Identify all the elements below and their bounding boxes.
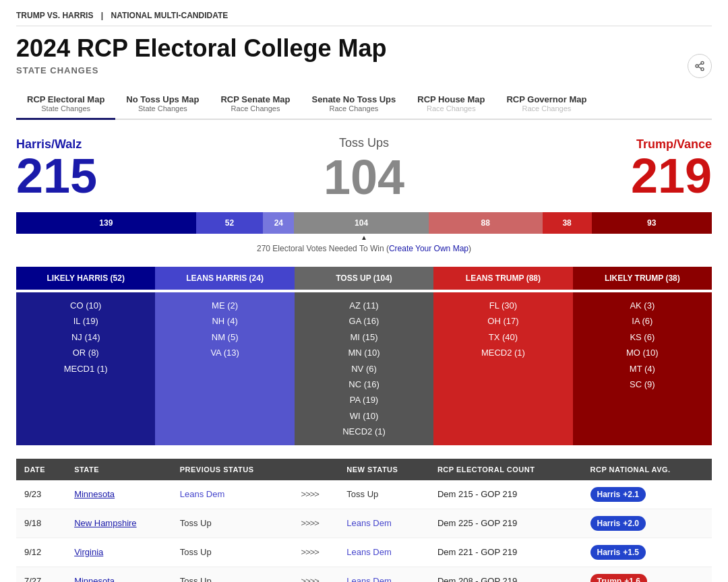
state-item: VA (13): [160, 345, 289, 360]
bar-segment-104: 104: [294, 212, 428, 234]
tab-house-map[interactable]: RCP House Map Race Changes: [406, 89, 495, 120]
cell-date: 9/23: [16, 480, 66, 509]
cell-avg-badge: Harris+2.1: [590, 487, 646, 502]
state-item: PA (19): [300, 392, 428, 408]
table-header-3: [293, 459, 339, 480]
bar-segment-93: 93: [592, 212, 712, 234]
svg-point-1: [696, 65, 698, 67]
states-cell-1: ME (2)NH (4)NM (5)VA (13): [155, 292, 294, 445]
state-item: KS (6): [578, 329, 706, 345]
toss-block: Toss Ups 104: [324, 136, 404, 201]
cell-avg-badge: Trump+1.6: [590, 574, 647, 582]
bar-segment-52: 52: [196, 212, 264, 234]
cell-new-status: Leans Dem: [338, 567, 429, 582]
table-header-0: DATE: [16, 459, 66, 480]
tab-senate-map[interactable]: RCP Senate Map Race Changes: [210, 89, 301, 120]
cell-new-status: Leans Dem: [338, 509, 429, 538]
tab-electoral-map[interactable]: RCP Electoral Map State Changes: [16, 89, 115, 120]
bar-segment-139: 139: [16, 212, 196, 234]
cell-state[interactable]: Minnesota: [74, 576, 115, 582]
legend-cell-1: LEANS HARRIS (24): [155, 267, 294, 290]
state-item: SC (9): [578, 377, 706, 392]
states-cell-0: CO (10)IL (19)NJ (14)OR (8)MECD1 (1): [16, 292, 155, 445]
electoral-bar: 1395224104883893 270 Electoral Votes Nee…: [16, 212, 712, 253]
svg-line-4: [698, 63, 702, 65]
state-item: NM (5): [160, 329, 289, 345]
create-map-link[interactable]: Create Your Own Map: [389, 244, 468, 253]
states-cell-2: AZ (11)GA (16)MI (15)MN (10)NV (6)NC (16…: [295, 292, 433, 445]
state-item: NH (4): [160, 313, 289, 329]
electoral-note: 270 Electoral Votes Needed To Win (Creat…: [16, 244, 712, 253]
cell-date: 9/18: [16, 509, 66, 538]
state-item: WI (10): [300, 408, 428, 424]
nav-title2: NATIONAL MULTI-CANDIDATE: [111, 11, 229, 20]
state-item: IA (6): [578, 313, 706, 329]
state-item: MO (10): [578, 345, 706, 360]
state-item: NV (6): [300, 361, 428, 377]
cell-arrows: >>>>: [293, 567, 339, 582]
state-item: ME (2): [160, 298, 289, 313]
share-button[interactable]: [688, 54, 712, 78]
state-item: MI (15): [300, 329, 428, 345]
table-header-4: NEW STATUS: [338, 459, 429, 480]
page-title: 2024 RCP Electoral College Map: [16, 34, 712, 63]
tabs-nav: RCP Electoral Map State Changes No Toss …: [16, 89, 712, 120]
cell-state[interactable]: Minnesota: [74, 489, 115, 499]
cell-prev-status: Leans Dem: [172, 480, 293, 509]
table-row: 9/12VirginiaToss Up>>>>Leans DemDem 221 …: [16, 538, 712, 567]
changes-table: DATESTATEPREVIOUS STATUSNEW STATUSRCP EL…: [16, 459, 712, 582]
table-header-2: PREVIOUS STATUS: [172, 459, 293, 480]
state-item: MT (4): [578, 361, 706, 377]
cell-arrows: >>>>: [293, 480, 339, 509]
tab-governor-map[interactable]: RCP Governor Map Race Changes: [495, 89, 597, 120]
legend-cell-4: LIKELY TRUMP (38): [573, 267, 712, 290]
cell-state[interactable]: Virginia: [74, 547, 103, 557]
bar-segment-38: 38: [543, 212, 592, 234]
table-row: 9/23MinnesotaLeans Dem>>>>Toss UpDem 215…: [16, 480, 712, 509]
table-header-6: RCP NATIONAL AVG.: [582, 459, 712, 480]
svg-point-0: [701, 61, 704, 64]
cell-count: Dem 215 - GOP 219: [429, 480, 582, 509]
state-item: MECD2 (1): [439, 345, 567, 360]
state-item: OR (8): [22, 345, 150, 360]
cell-arrows: >>>>: [293, 538, 339, 567]
harris-block: Harris/Walz 215: [16, 137, 324, 200]
trump-block: Trump/Vance 219: [404, 137, 712, 200]
state-item: MN (10): [300, 345, 428, 360]
svg-line-3: [698, 67, 702, 69]
cell-new-status: Toss Up: [338, 480, 429, 509]
table-row: 9/18New HampshireToss Up>>>>Leans DemDem…: [16, 509, 712, 538]
harris-score: 215: [16, 152, 324, 200]
bar-segment-88: 88: [429, 212, 543, 234]
nav-separator: |: [101, 11, 103, 20]
legend-cell-2: TOSS UP (104): [295, 267, 433, 290]
state-item: FL (30): [439, 298, 567, 313]
cell-prev-status: Toss Up: [172, 509, 293, 538]
table-header-1: STATE: [66, 459, 172, 480]
tab-no-toss-ups-map[interactable]: No Toss Ups Map State Changes: [115, 89, 210, 120]
cell-date: 7/27: [16, 567, 66, 582]
scoreboard: Harris/Walz 215 Toss Ups 104 Trump/Vance…: [16, 136, 712, 201]
cell-count: Dem 221 - GOP 219: [429, 538, 582, 567]
state-item: GA (16): [300, 313, 428, 329]
table-row: 7/27MinnesotaToss Up>>>>Leans DemDem 208…: [16, 567, 712, 582]
trump-score: 219: [404, 152, 712, 200]
states-cell-3: FL (30)OH (17)TX (40)MECD2 (1): [433, 292, 572, 445]
toss-score: 104: [324, 153, 404, 201]
state-item: OH (17): [439, 313, 567, 329]
cell-count: Dem 225 - GOP 219: [429, 509, 582, 538]
cell-new-status: Leans Dem: [338, 538, 429, 567]
cell-prev-status: Toss Up: [172, 538, 293, 567]
state-item: CO (10): [22, 298, 150, 313]
cell-prev-status: Toss Up: [172, 567, 293, 582]
cell-state[interactable]: New Hampshire: [74, 518, 136, 528]
toss-label: Toss Ups: [324, 136, 404, 150]
cell-avg-badge: Harris+1.5: [590, 545, 646, 560]
state-item: TX (40): [439, 329, 567, 345]
state-item: NC (16): [300, 377, 428, 392]
legend-cell-0: LIKELY HARRIS (52): [16, 267, 155, 290]
legend-cell-3: LEANS TRUMP (88): [433, 267, 572, 290]
page-subtitle: STATE CHANGES: [16, 65, 712, 75]
tab-senate-no-toss-ups[interactable]: Senate No Toss Ups Race Changes: [301, 89, 407, 120]
state-item: AZ (11): [300, 298, 428, 313]
